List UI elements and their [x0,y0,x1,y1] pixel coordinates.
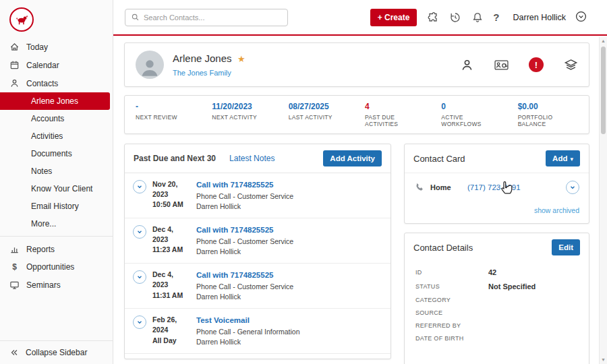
history-icon[interactable] [449,11,461,24]
stat-label: NEXT ACTIVITY [212,114,272,121]
stat-value: 4 [365,102,425,111]
activity-time: 11:31 AM [152,291,190,301]
sidebar-subitem-accounts[interactable]: Accounts [0,110,113,127]
activity-title-link[interactable]: Call with 7174825525 [196,224,293,236]
collapse-sidebar-label: Collapse Sidebar [26,348,87,357]
stat-value: - [136,102,196,111]
contact-details-fields: ID 42 STATUS Not Specified CATEGORY [405,260,589,344]
tab-latest-notes[interactable]: Latest Notes [229,154,274,163]
redtail-dog-logo-icon[interactable] [9,7,34,32]
contact-card-at-icon[interactable] [494,58,509,72]
contact-card-head: Contact Card Add▾ [405,144,589,173]
integrations-puzzle-icon[interactable] [426,11,439,24]
sidebar-subitem-know-your-client[interactable]: Know Your Client [0,180,113,198]
vertical-scrollbar[interactable]: ▲ ▼ [599,37,607,364]
sidebar-subitem-email-history[interactable]: Email History [0,198,113,215]
contact-details-head: Contact Details Edit [405,233,589,260]
sidebar-subitem-notes[interactable]: Notes [0,162,113,180]
collapse-sidebar-button[interactable]: Collapse Sidebar [0,340,113,364]
expand-chevron-icon[interactable] [133,180,146,193]
monitor-icon [9,280,20,290]
favorite-star-icon[interactable]: ★ [237,54,245,64]
sidebar-item-label: Reports [26,245,55,254]
phone-expand-chevron-icon[interactable] [566,181,579,194]
sidebar-item-label: Contacts [26,79,58,88]
stat-value: 0 [441,102,501,111]
phone-type-label: Home [430,183,461,191]
activity-type: Phone Call - Customer Service [196,191,293,202]
sidebar-item-reports[interactable]: Reports [0,240,113,258]
expand-chevron-icon[interactable] [133,225,146,239]
field-label: SOURCE [415,309,488,316]
sidebar-nav: Today Calendar Contacts Arlene Jones Acc… [0,38,113,294]
phone-number-link[interactable]: (717) 723-8691 [467,183,521,191]
user-name[interactable]: Darren Hollick [513,13,567,22]
calendar-icon [9,60,20,70]
sidebar-item-label: Calendar [26,61,59,70]
contact-search[interactable] [125,9,288,26]
layers-icon[interactable] [564,58,578,72]
show-archived-link[interactable]: show archived [405,197,589,223]
phone-icon [414,182,424,192]
profile-person-icon[interactable] [460,58,474,72]
activities-panel: Past Due and Next 30 Latest Notes Add Ac… [124,144,391,359]
stat-value: 11/20/2023 [212,102,272,111]
activity-row[interactable]: Dec 4, 2023 11:23 AM Call with 717482552… [125,218,391,264]
sidebar-subitem-activities[interactable]: Activities [0,127,113,145]
stat-last-activity: 08/27/2025 LAST ACTIVITY [281,100,357,129]
sidebar-item-calendar[interactable]: Calendar [0,56,113,74]
activity-time: 10:50 AM [152,200,190,210]
sidebar-item-label: Seminars [26,280,61,290]
contact-card-title: Contact Card [413,154,465,164]
sidebar-item-opportunities[interactable]: $ Opportunities [0,258,113,276]
scroll-down-arrow-icon[interactable]: ▼ [600,356,607,364]
family-link[interactable]: The Jones Family [173,69,245,77]
activity-row[interactable]: Nov 20, 2023 10:50 AM Call with 71748255… [125,173,391,218]
expand-chevron-icon[interactable] [133,315,146,329]
activity-time: All Day [152,336,190,346]
help-icon[interactable]: ? [493,11,499,23]
app-window: Today Calendar Contacts Arlene Jones Acc… [0,0,607,364]
stat-label: LAST ACTIVITY [289,114,349,121]
sidebar-item-seminars[interactable]: Seminars [0,276,113,294]
activity-owner: Darren Hollick [196,247,293,257]
stat-next-activity: 11/20/2023 NEXT ACTIVITY [204,100,280,129]
sidebar-item-today[interactable]: Today [0,38,113,56]
activity-date: Dec 4, 2023 [152,224,190,244]
expand-chevron-icon[interactable] [133,270,146,284]
activity-title-link[interactable]: Call with 7174825525 [196,270,293,281]
sidebar-subitem-documents[interactable]: Documents [0,145,113,162]
activity-datetime: Dec 4, 2023 11:31 AM [152,270,190,302]
scroll-up-arrow-icon[interactable]: ▲ [600,37,607,45]
field-label: DATE OF BIRTH [415,335,488,342]
sidebar-subitem-arlene-jones[interactable]: Arlene Jones [0,92,110,110]
avatar[interactable] [136,51,164,79]
stat-active-workflows: 0 ACTIVE WORKFLOWS [433,100,509,129]
contact-name: Arlene Jones [173,53,232,64]
tab-past-due-and-next-30[interactable]: Past Due and Next 30 [134,154,216,163]
scrollbar-thumb[interactable] [601,47,606,134]
contact-name-block: Arlene Jones ★ The Jones Family [173,53,245,77]
field-label: ID [415,269,488,276]
field-row-source: SOURCE [405,306,589,319]
activity-datetime: Feb 26, 2024 All Day [152,315,190,347]
activity-datetime: Dec 4, 2023 11:23 AM [152,224,190,257]
add-activity-button[interactable]: Add Activity [323,150,382,166]
create-button[interactable]: + Create [370,9,417,26]
important-alert-icon[interactable]: ! [529,57,544,72]
search-input[interactable] [144,13,282,22]
activity-row[interactable]: Feb 26, 2024 All Day Test Voicemail Phon… [125,309,391,354]
contact-card-add-button[interactable]: Add▾ [546,150,580,166]
activity-title-link[interactable]: Call with 7174825525 [196,179,293,191]
field-row-status: STATUS Not Specified [405,279,589,293]
contact-details-panel: Contact Details Edit ID 42 STATUS Not Sp… [404,233,589,364]
activity-row[interactable]: Dec 4, 2023 11:31 AM Call with 717482552… [125,264,391,309]
activity-title-link[interactable]: Test Voicemail [196,315,300,326]
stat-value: $0.00 [518,102,578,111]
notifications-bell-icon[interactable] [471,11,484,24]
sidebar-subitem-more[interactable]: More... [0,215,113,233]
sidebar-item-contacts[interactable]: Contacts [0,74,113,92]
stat-label: ACTIVE WORKFLOWS [441,114,501,127]
user-menu-chevron-icon[interactable] [575,11,587,24]
edit-details-button[interactable]: Edit [552,239,580,255]
